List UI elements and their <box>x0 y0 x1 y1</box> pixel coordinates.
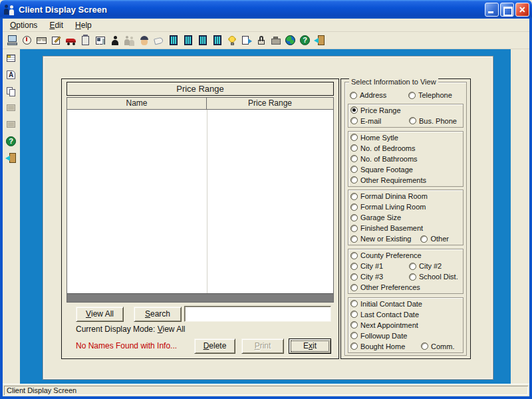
radio-bus-phone[interactable]: Bus. Phone <box>409 117 457 125</box>
toolbar-globe-button[interactable] <box>283 33 298 48</box>
exit-button[interactable]: Exit <box>289 338 331 354</box>
toolbar-computer-button[interactable] <box>5 33 20 48</box>
radio-price-range[interactable]: Price Range <box>350 106 401 114</box>
radio-city-2[interactable]: City #2 <box>409 262 442 270</box>
radio-bedrooms[interactable]: No. of Bedrooms <box>350 144 416 152</box>
radio-address[interactable]: Address <box>350 91 408 99</box>
toolbar-columns-button-4[interactable] <box>210 33 225 48</box>
radio-icon <box>350 166 358 173</box>
select-information-groupbox: Select Information to View Address Telep… <box>344 82 467 356</box>
screen-disabled-icon <box>5 102 17 114</box>
toolbar-send-document-button[interactable] <box>239 33 254 48</box>
toolbar-person-button[interactable] <box>108 33 122 48</box>
radio-finished-basement[interactable]: Finished Basement <box>350 224 423 232</box>
radio-city-1[interactable]: City #1 <box>350 262 409 270</box>
toolbar-people-button[interactable] <box>122 33 137 48</box>
radio-garage-size[interactable]: Garage Size <box>350 213 401 221</box>
radio-icon <box>350 193 358 200</box>
side-toolbar <box>3 49 20 384</box>
toolbar-compose-button[interactable] <box>49 33 64 48</box>
radio-new-or-existing[interactable]: New or Existing <box>350 235 411 243</box>
side-font-button[interactable] <box>4 68 19 82</box>
print-button[interactable]: Print <box>241 338 284 354</box>
main-region: Price Range Name Price Range <box>3 49 529 384</box>
toolbar-lock-button[interactable] <box>254 33 269 48</box>
toolbar-notepad-button[interactable] <box>78 33 93 48</box>
client-grid: Name Price Range <box>66 97 334 303</box>
minimize-button[interactable] <box>485 3 499 17</box>
radio-home-style[interactable]: Home Sytle <box>350 134 398 142</box>
toolbar-columns-button-3[interactable] <box>196 33 210 48</box>
list-frame: Price Range Name Price Range <box>61 78 339 359</box>
search-input[interactable] <box>184 306 331 322</box>
radio-group-price: Price Range E-mail Bus. Phone <box>348 104 464 128</box>
radio-icon <box>409 273 416 281</box>
side-exit-button[interactable] <box>4 151 19 166</box>
radio-formal-dining-room[interactable]: Formal Dinina Room <box>350 192 428 200</box>
columns-icon <box>211 35 223 47</box>
radio-bought-home[interactable]: Bought Home <box>350 342 409 350</box>
toolbar-newspaper-button[interactable] <box>93 33 108 48</box>
titlebar: Client Display Screen <box>0 0 532 19</box>
radio-county-preference[interactable]: County Preference <box>350 251 422 259</box>
radio-last-contact-date[interactable]: Last Contact Date <box>350 311 419 319</box>
radio-icon <box>350 311 358 318</box>
toolbar-contact-button[interactable] <box>137 33 152 48</box>
toolbar-exit-button[interactable] <box>313 33 327 48</box>
radio-email[interactable]: E-mail <box>350 117 409 125</box>
font-a-icon <box>5 69 17 81</box>
maximize-button[interactable] <box>500 3 514 17</box>
radio-other-requirements[interactable]: Other Requirements <box>350 176 426 184</box>
toolbar-columns-button-2[interactable] <box>181 33 196 48</box>
columns-icon <box>182 35 194 47</box>
horizontal-scrollbar[interactable] <box>67 293 333 302</box>
radio-icon <box>350 155 358 162</box>
grid-body[interactable] <box>67 110 333 293</box>
side-screen-button-1[interactable] <box>4 101 19 116</box>
toolbar-mail-button[interactable] <box>35 33 49 48</box>
side-copy-button[interactable] <box>4 84 19 99</box>
radio-other-preferences[interactable]: Other Preferences <box>350 283 420 291</box>
menu-edit[interactable]: Edit <box>43 19 69 31</box>
radio-next-appointment[interactable]: Next Appointment <box>350 321 418 329</box>
toolbar-clock-button[interactable] <box>20 33 35 48</box>
window-title: Client Display Screen <box>19 5 483 15</box>
view-all-button[interactable]: View All <box>76 307 124 322</box>
radio-other[interactable]: Other <box>420 235 449 243</box>
side-grid-button[interactable] <box>4 51 19 66</box>
contact-face-icon <box>138 35 150 47</box>
radio-icon <box>350 225 358 232</box>
menubar: Options Edit Help <box>3 19 529 32</box>
radio-followup-date[interactable]: Followup Date <box>350 332 407 340</box>
column-header-name[interactable]: Name <box>67 98 207 109</box>
search-button[interactable]: Search <box>134 307 182 322</box>
toolbar-car-button[interactable] <box>64 33 78 48</box>
columns-icon <box>197 35 209 47</box>
window-body: Options Edit Help <box>0 19 532 399</box>
toolbar-help-button[interactable] <box>298 33 313 48</box>
delete-button[interactable]: Delete <box>194 338 235 354</box>
close-button[interactable] <box>515 3 529 17</box>
radio-school-dist[interactable]: School Dist. <box>409 273 458 281</box>
toolbar-columns-button-1[interactable] <box>166 33 181 48</box>
clock-icon <box>21 35 33 47</box>
radio-initial-contact-date[interactable]: Initial Contact Date <box>350 300 422 308</box>
search-controls-row: View All Search <box>66 305 334 323</box>
right-strip <box>511 49 529 384</box>
menu-options[interactable]: Options <box>4 19 43 31</box>
exit-door-icon <box>5 152 17 164</box>
column-header-price-range[interactable]: Price Range <box>207 98 333 109</box>
radio-telephone[interactable]: Telephone <box>408 91 452 99</box>
toolbar-camera-button[interactable] <box>269 33 283 48</box>
radio-city-3[interactable]: City #3 <box>350 273 409 281</box>
toolbar-hand-button[interactable] <box>152 33 166 48</box>
radio-comm[interactable]: Comm. <box>421 342 454 350</box>
radio-bathrooms[interactable]: No. of Bathrooms <box>350 155 418 163</box>
radio-formal-living-room[interactable]: Formal Living Room <box>350 203 426 211</box>
side-help-button[interactable] <box>4 134 19 149</box>
list-title: Price Range <box>66 82 334 96</box>
side-screen-button-2[interactable] <box>4 118 19 132</box>
menu-help[interactable]: Help <box>69 19 98 31</box>
radio-square-footage[interactable]: Square Footage <box>350 166 413 174</box>
toolbar-lightbulb-button[interactable] <box>225 33 239 48</box>
